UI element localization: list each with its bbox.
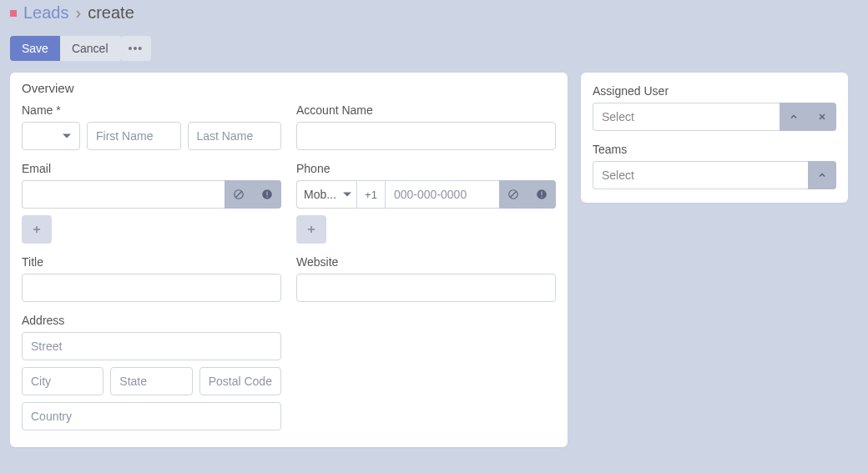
exclamation-circle-icon	[261, 189, 273, 200]
phone-label: Phone	[296, 162, 556, 175]
exclamation-circle-icon	[536, 189, 548, 200]
email-optout-button[interactable]	[225, 180, 253, 209]
address-field: Address	[22, 314, 281, 430]
breadcrumb-marker	[10, 10, 17, 17]
svg-line-8	[510, 192, 516, 198]
chevron-down-icon	[63, 134, 71, 138]
chevron-up-icon	[789, 112, 799, 122]
more-actions-button[interactable]: •••	[120, 36, 152, 61]
street-input[interactable]	[22, 332, 281, 360]
city-input[interactable]	[22, 367, 103, 395]
plus-icon	[31, 224, 43, 235]
plus-icon	[305, 224, 317, 235]
teams-label: Teams	[593, 143, 836, 156]
name-field: Name *	[22, 103, 281, 150]
phone-invalid-button[interactable]	[527, 180, 556, 209]
add-phone-button[interactable]	[296, 215, 326, 244]
svg-rect-11	[541, 196, 542, 197]
assigned-user-select[interactable]: Select	[593, 103, 780, 131]
state-input[interactable]	[110, 367, 192, 395]
ellipsis-icon: •••	[129, 42, 144, 55]
chevron-up-icon	[817, 170, 827, 180]
assigned-user-open-button[interactable]	[780, 103, 808, 131]
ban-icon	[507, 189, 519, 200]
phone-country-code[interactable]: +1	[356, 180, 385, 209]
ban-icon	[233, 189, 245, 200]
email-label: Email	[22, 162, 281, 175]
title-label: Title	[22, 255, 281, 269]
phone-field: Phone Mob... +1	[296, 162, 556, 244]
assigned-user-field: Assigned User Select	[593, 84, 836, 131]
add-email-button[interactable]	[22, 215, 52, 244]
breadcrumb: Leads › create	[10, 0, 858, 36]
assigned-user-placeholder: Select	[602, 110, 634, 123]
svg-line-1	[235, 192, 241, 198]
account-name-field: Account Name	[296, 103, 556, 150]
chevron-down-icon	[343, 193, 351, 197]
breadcrumb-leads-link[interactable]: Leads	[23, 3, 69, 23]
email-invalid-button[interactable]	[253, 180, 281, 209]
phone-number-input[interactable]	[385, 180, 499, 209]
svg-rect-10	[541, 192, 542, 196]
overview-panel: Overview Name *	[10, 73, 568, 447]
save-button[interactable]: Save	[10, 36, 60, 61]
salutation-select[interactable]	[22, 122, 80, 150]
email-input[interactable]	[22, 180, 225, 209]
website-input[interactable]	[296, 274, 556, 302]
actionbar: Save Cancel •••	[10, 36, 858, 61]
account-name-input[interactable]	[296, 122, 556, 150]
postal-code-input[interactable]	[199, 367, 281, 395]
phone-type-value: Mob...	[304, 188, 336, 201]
teams-placeholder: Select	[602, 169, 634, 182]
teams-select[interactable]: Select	[593, 161, 808, 189]
name-label: Name *	[22, 103, 281, 117]
account-name-label: Account Name	[296, 103, 556, 117]
assigned-user-clear-button[interactable]	[808, 103, 836, 131]
cancel-button[interactable]: Cancel	[60, 36, 120, 61]
side-panel: Assigned User Select Teams	[581, 73, 848, 203]
title-field: Title	[22, 255, 281, 302]
breadcrumb-current: create	[88, 3, 134, 23]
svg-rect-4	[266, 196, 267, 197]
teams-open-button[interactable]	[808, 161, 836, 189]
website-label: Website	[296, 255, 556, 269]
breadcrumb-separator: ›	[76, 3, 82, 23]
address-label: Address	[22, 314, 281, 327]
email-field: Email	[22, 162, 281, 244]
teams-field: Teams Select	[593, 143, 836, 189]
phone-type-select[interactable]: Mob...	[296, 180, 356, 209]
svg-rect-3	[266, 192, 267, 196]
first-name-input[interactable]	[87, 122, 181, 150]
last-name-input[interactable]	[188, 122, 282, 150]
phone-optout-button[interactable]	[499, 180, 527, 209]
close-icon	[817, 112, 827, 122]
title-input[interactable]	[22, 274, 281, 302]
country-input[interactable]	[22, 402, 281, 430]
overview-header: Overview	[10, 73, 568, 95]
website-field: Website	[296, 255, 556, 302]
assigned-user-label: Assigned User	[593, 84, 836, 98]
